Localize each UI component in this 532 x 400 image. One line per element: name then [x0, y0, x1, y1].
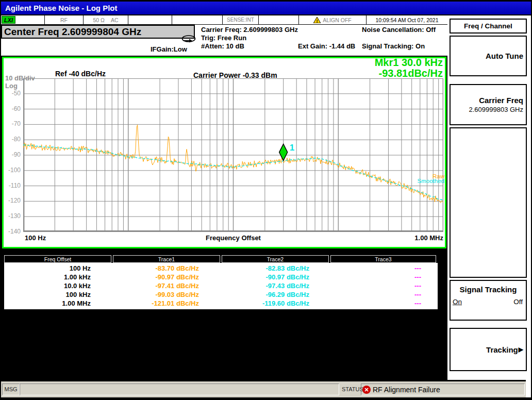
marker-1-diamond[interactable]	[279, 144, 288, 160]
center-freq-entry[interactable]: Center Freq 2.609999804 GHz	[1, 25, 195, 39]
table-row: 100 Hz -83.70 dBc/Hz -82.83 dBc/Hz ---	[4, 264, 438, 273]
signal-tracking-on-option[interactable]: On	[453, 298, 462, 306]
softkey-menu: Freq / Channel Auto Tune Carrier Freq 2.…	[447, 15, 531, 380]
align-off-indicator: ALIGN OFF	[323, 17, 351, 23]
y-tick-label: -90	[4, 151, 21, 158]
signal-tracking-readout: Signal Tracking: On	[362, 42, 425, 50]
instrument-screen: Agilent Phase Noise - Log Plot LXI RF 50…	[0, 0, 532, 400]
col-header-trace2: Trace2	[222, 255, 329, 263]
warning-icon: !	[313, 17, 321, 23]
decade-table-body: 100 Hz -83.70 dBc/Hz -82.83 dBc/Hz --- 1…	[4, 263, 438, 309]
x-axis-start-label: 100 Hz	[25, 234, 46, 242]
trace1-value: -83.70 dBc/Hz	[111, 264, 219, 273]
trace3-value: ---	[326, 264, 431, 273]
status-area: ✕ RF Alignment Failure	[361, 384, 525, 395]
bottom-status-bar: MSG STATUS ✕ RF Alignment Failure	[1, 381, 527, 397]
carrier-freq-button-label: Carrier Freq	[479, 96, 523, 105]
freq-offset-value: 10.0 kHz	[4, 281, 111, 290]
carrier-freq-readout: Carrier Freq: 2.609999803 GHz	[201, 26, 298, 34]
error-x-icon: ✕	[362, 386, 371, 394]
y-tick-label: -130	[4, 212, 21, 220]
carrier-freq-button-value: 2.609999803 GHz	[469, 106, 523, 113]
datetime-display: 10:09:54 AM Oct 07, 2021	[367, 15, 447, 24]
msg-label: MSG	[2, 384, 20, 395]
status-message: RF Alignment Failure	[373, 386, 440, 394]
ext-gain-readout: Ext Gain: -1.44 dB	[298, 42, 355, 50]
marker-readout-value: -93.81dBc/Hz	[375, 68, 443, 79]
empty-cell-1	[128, 15, 172, 24]
input-config-cell: 50 Ω AC	[84, 15, 128, 24]
tracking-submenu-button[interactable]: Tracking ▶	[450, 328, 527, 371]
x-axis-end-label: 1.00 MHz	[395, 234, 443, 242]
trace1-value: -97.41 dBc/Hz	[111, 281, 219, 290]
signal-tracking-button[interactable]: Signal Tracking On Off	[450, 280, 527, 321]
signal-tracking-off-option[interactable]: Off	[513, 298, 523, 306]
submenu-arrow-icon: ▶	[519, 346, 523, 353]
svg-text:!: !	[317, 18, 318, 23]
lxi-indicator: LXI	[2, 16, 15, 24]
table-row: 100 kHz -99.03 dBc/Hz -96.29 dBc/Hz ---	[4, 290, 438, 299]
auto-tune-button[interactable]: Auto Tune	[450, 36, 527, 76]
table-row: 1.00 MHz -121.01 dBc/Hz -119.60 dBc/Hz -…	[4, 299, 438, 308]
smoothed-trace-label: Smoothed	[418, 178, 444, 184]
tracking-label: Tracking	[486, 345, 518, 354]
lxi-cell: LXI	[1, 15, 45, 24]
align-off-cell: ! ALIGN OFF	[299, 15, 367, 24]
scale-type-label: Log	[5, 82, 18, 90]
trace2-value: -82.83 dBc/Hz	[219, 264, 326, 273]
marker-readout: Mkr1 30.0 kHz -93.81dBc/Hz	[375, 57, 443, 79]
signal-tracking-label: Signal Tracking	[451, 285, 526, 294]
x-axis-title: Frequency Offset	[178, 234, 289, 242]
freq-offset-value: 1.00 kHz	[4, 273, 111, 281]
trace3-value: ---	[326, 273, 431, 281]
right-edge-panel	[526, 380, 531, 397]
noise-cancellation-readout: Noise Cancellation: Off	[362, 26, 436, 34]
blank-softkey[interactable]	[450, 127, 527, 278]
menu-title: Freq / Channel	[450, 19, 527, 34]
col-header-trace1: Trace1	[113, 255, 220, 263]
trace3-value: ---	[326, 299, 431, 308]
attenuation-readout: #Atten: 10 dB	[201, 42, 244, 50]
impedance-indicator: 50 Ω	[93, 17, 104, 23]
trace2-value: -97.43 dBc/Hz	[219, 281, 326, 290]
trace3-value: ---	[326, 290, 431, 299]
graph-panel: Mkr1 30.0 kHz -93.81dBc/Hz Ref -40 dBc/H…	[2, 57, 446, 248]
status-label: STATUS	[342, 386, 363, 392]
decade-table: Freq Offset Trace1 Trace2 Trace3 100 Hz …	[4, 255, 438, 309]
trace2-value: -90.97 dBc/Hz	[219, 273, 326, 281]
sense-indicator: SENSE:INT	[223, 15, 259, 24]
carrier-freq-button[interactable]: Carrier Freq 2.609999803 GHz	[450, 84, 527, 125]
empty-cell-3	[259, 15, 299, 24]
continuous-sweep-icon	[181, 35, 196, 43]
trace3-value: ---	[326, 281, 431, 290]
marker-readout-freq: Mkr1 30.0 kHz	[375, 57, 443, 68]
title-bar: Agilent Phase Noise - Log Plot	[1, 2, 531, 14]
freq-offset-value: 100 kHz	[4, 290, 111, 299]
trigger-readout: Trig: Free Run	[201, 34, 246, 42]
trace2-value: -119.60 dBc/Hz	[219, 299, 326, 308]
y-tick-label: -50	[4, 90, 21, 97]
message-area	[20, 384, 339, 395]
phase-noise-plot: 1	[23, 78, 443, 232]
freq-offset-value: 1.00 MHz	[4, 299, 111, 308]
rf-indicator: RF	[45, 15, 84, 24]
col-header-trace3: Trace3	[330, 255, 436, 263]
coupling-indicator: AC	[111, 17, 119, 23]
trace2-value: -96.29 dBc/Hz	[219, 290, 326, 299]
col-header-freq-offset: Freq Offset	[4, 255, 111, 263]
trace1-value: -99.03 dBc/Hz	[111, 290, 219, 299]
y-tick-label: -110	[4, 182, 21, 189]
y-tick-label: -70	[4, 120, 21, 127]
window-title: Agilent Phase Noise - Log Plot	[5, 4, 118, 12]
ref-level-label: Ref -40 dBc/Hz	[55, 70, 106, 78]
y-tick-label: -120	[4, 197, 21, 204]
freq-offset-value: 100 Hz	[4, 264, 111, 273]
table-row: 1.00 kHz -90.97 dBc/Hz -90.97 dBc/Hz ---	[4, 273, 438, 281]
marker-1-number: 1	[290, 143, 294, 153]
empty-cell-2	[172, 15, 223, 24]
y-tick-label: -140	[4, 228, 21, 235]
trace1-value: -121.01 dBc/Hz	[111, 299, 219, 308]
status-strip: LXI RF 50 Ω AC SENSE:INT ! ALIGN OFF 10:…	[1, 15, 447, 25]
y-tick-label: -80	[4, 136, 21, 143]
decade-table-header: Freq Offset Trace1 Trace2 Trace3	[4, 255, 438, 263]
